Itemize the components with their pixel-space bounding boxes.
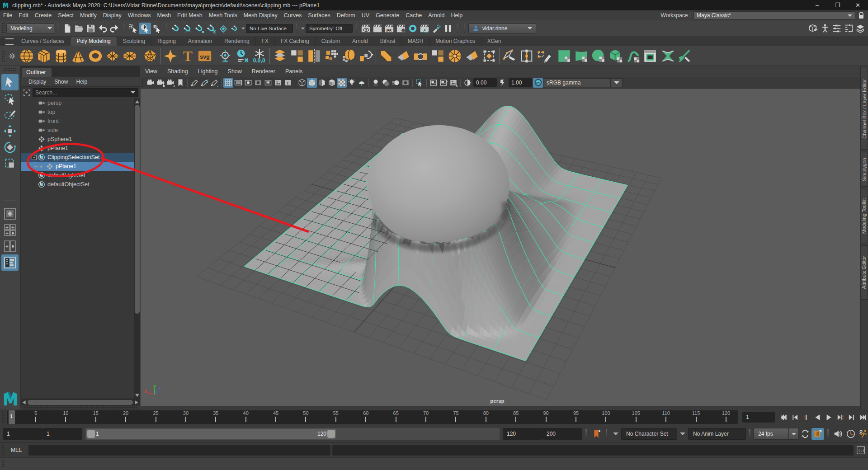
separator[interactable] <box>585 429 587 439</box>
render-view-button[interactable] <box>360 23 372 34</box>
shelf-item-fill-hole[interactable] <box>429 47 446 65</box>
image-plane-attach-button[interactable] <box>448 78 458 88</box>
snap-to-point-button[interactable] <box>193 23 205 34</box>
select-tool-button[interactable] <box>1 74 19 90</box>
shelf-item-sweep-mesh[interactable] <box>162 47 179 65</box>
outliner-item-pPlane1[interactable]: pPlane1 <box>21 144 140 153</box>
fps-selector-arrow[interactable] <box>789 428 799 440</box>
shelf-tab-arnold[interactable]: Arnold <box>346 37 374 46</box>
scroll-up-arrow[interactable] <box>134 99 140 105</box>
shelf-tab-rendering[interactable]: Rendering <box>218 37 255 46</box>
lock-icon[interactable] <box>858 12 864 19</box>
camera-attributes-button[interactable] <box>165 78 175 88</box>
shelf-item-move-to-origin[interactable] <box>251 47 268 65</box>
shelf-item-polygon-type[interactable] <box>179 47 196 65</box>
outliner-vertical-scrollbar[interactable] <box>134 99 140 399</box>
shelf-item-cut-uv[interactable] <box>676 47 693 65</box>
menu-mesh-display[interactable]: Mesh Display <box>241 10 281 20</box>
colorspace-selector[interactable]: sRGB gamma <box>543 78 611 87</box>
rotate-tool-button[interactable] <box>1 139 19 155</box>
shelf-item-smooth[interactable] <box>323 47 340 65</box>
go-to-start-button[interactable] <box>778 412 789 423</box>
lock-camera-button[interactable] <box>156 78 165 88</box>
resolution-gate-button[interactable] <box>243 78 253 88</box>
layout-single-pane-button[interactable] <box>1 206 19 222</box>
outliner-search-input[interactable]: Search... <box>33 88 138 97</box>
shadows-button[interactable] <box>371 78 381 88</box>
pause-viewport-button[interactable] <box>442 23 454 34</box>
outliner-menu-display[interactable]: Display <box>24 79 50 85</box>
layout-two-pane-button[interactable] <box>1 238 19 254</box>
playback-start-field[interactable]: 1 <box>42 428 82 440</box>
select-camera-button[interactable] <box>146 78 156 88</box>
outliner-item-front[interactable]: front <box>21 117 140 126</box>
render-settings-button[interactable] <box>395 23 407 34</box>
menu-curves[interactable]: Curves <box>281 10 305 20</box>
shelf-tab-fx[interactable]: FX <box>256 37 275 46</box>
menu-edit[interactable]: Edit <box>15 10 32 20</box>
close-button[interactable]: ✕ <box>848 0 868 10</box>
viewport-menu-panels[interactable]: Panels <box>285 68 307 75</box>
safe-title-button[interactable] <box>283 78 293 88</box>
toolbox-grip[interactable] <box>4 68 17 71</box>
scrollbar-thumb[interactable] <box>135 105 140 314</box>
shelf-item-spherical-uv-projection[interactable] <box>590 47 607 65</box>
tear-off-copy-button[interactable] <box>429 78 439 88</box>
shelf-item-extrude[interactable] <box>377 47 395 65</box>
command-line-grip[interactable] <box>1 445 5 456</box>
status-line-grip[interactable] <box>1 23 5 34</box>
shelf-tab-motion-graphics[interactable]: Motion Graphics <box>429 37 481 46</box>
live-surface-field[interactable]: No Live Surface <box>246 24 293 33</box>
menu-display[interactable]: Display <box>100 10 125 20</box>
flat-lighting-button[interactable] <box>357 78 367 88</box>
wireframe-display-button[interactable] <box>297 78 307 88</box>
command-output-field[interactable] <box>332 445 854 456</box>
exposure-icon[interactable] <box>462 78 472 88</box>
new-scene-button[interactable] <box>61 23 73 34</box>
time-slider-grip[interactable] <box>1 411 5 423</box>
outliner-menu-show[interactable]: Show <box>50 79 72 85</box>
shelf-item-transform-component[interactable] <box>481 47 498 65</box>
range-slider-bar[interactable]: 1 120 <box>86 429 336 439</box>
outliner-item-ClippingSelectionSet[interactable]: −ClippingSelectionSet <box>21 153 140 162</box>
toggle-character-controls-button[interactable] <box>819 23 831 34</box>
separator[interactable] <box>295 24 298 33</box>
shelf-item-combine[interactable] <box>288 47 306 65</box>
shelf-tab-curves-surfaces[interactable]: Curves / Surfaces <box>15 37 71 46</box>
safe-action-button[interactable] <box>273 78 283 88</box>
shelf-tab-rigging[interactable]: Rigging <box>151 37 182 46</box>
shelf-item-flip-uv[interactable] <box>659 47 676 65</box>
open-scene-button[interactable] <box>73 23 85 34</box>
undo-button[interactable] <box>97 23 108 34</box>
layout-outliner-persp-button[interactable] <box>1 254 19 271</box>
shelf-item-circularize[interactable] <box>446 47 463 65</box>
character-set-menu-arrow[interactable] <box>613 432 618 438</box>
move-tool-button[interactable] <box>1 123 19 139</box>
playback-end-field[interactable]: 120 <box>503 428 542 440</box>
menu-surfaces[interactable]: Surfaces <box>305 10 333 20</box>
shelf-item-contour-stretch-uv[interactable] <box>624 47 642 65</box>
shelf-item-quad-draw[interactable] <box>535 47 552 65</box>
shelf-item-cylindrical-uv-projection[interactable] <box>573 47 590 65</box>
toggle-layer-editor-button[interactable] <box>854 23 866 34</box>
oversan-settings-button[interactable] <box>209 78 219 88</box>
snap-to-curve-button[interactable] <box>182 23 193 34</box>
separator[interactable] <box>57 24 59 33</box>
film-gate-button[interactable] <box>233 78 243 88</box>
layout-four-pane-button[interactable] <box>1 222 19 238</box>
shelf-item-svg-tool[interactable] <box>196 47 213 65</box>
viewport-menu-show[interactable]: Show <box>228 68 247 75</box>
sidebar-tab-modeling-toolkit[interactable]: Modeling Toolkit <box>861 189 868 243</box>
menu-generate[interactable]: Generate <box>373 10 402 20</box>
outliner-menu-help[interactable]: Help <box>72 79 91 85</box>
go-to-end-button[interactable] <box>858 412 868 423</box>
field-chart-button[interactable] <box>263 78 273 88</box>
2d-pan-zoom-button[interactable] <box>199 78 209 88</box>
lasso-select-tool-button[interactable] <box>1 90 19 107</box>
shelf-tab-poly-modeling[interactable]: Poly Modeling <box>71 37 117 46</box>
shelf-item-insert-edge-loop[interactable] <box>518 47 535 65</box>
3d-scene[interactable]: perspxyz <box>141 89 860 406</box>
chevron-down-icon[interactable] <box>241 28 245 31</box>
shelf-menu-icon[interactable] <box>5 38 14 45</box>
menu-help[interactable]: Help <box>448 10 466 20</box>
